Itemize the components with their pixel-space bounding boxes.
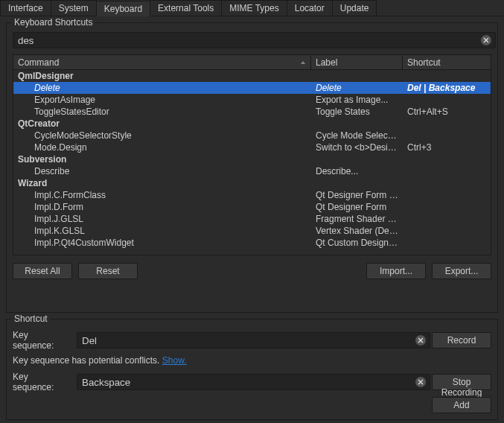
tab-system[interactable]: System bbox=[51, 0, 97, 16]
reset-button[interactable]: Reset bbox=[78, 263, 138, 279]
cell-command: Impl.D.Form bbox=[13, 202, 311, 212]
cell-command: ExportAsImage bbox=[13, 95, 311, 105]
column-header-shortcut[interactable]: Shortcut bbox=[403, 56, 491, 69]
conflict-warning: Key sequence has potential conflicts. Sh… bbox=[13, 355, 491, 366]
filter-input[interactable] bbox=[13, 32, 496, 48]
import-button[interactable]: Import... bbox=[366, 263, 426, 279]
column-header-label: Label bbox=[316, 57, 337, 68]
cell-label: Describe... bbox=[311, 166, 403, 176]
tab-mime-types[interactable]: MIME Types bbox=[221, 0, 287, 16]
shortcut-group: Shortcut Key sequence: Record Key sequen… bbox=[6, 319, 498, 420]
cell-shortcut: Ctrl+3 bbox=[403, 142, 491, 153]
record-button[interactable]: Record bbox=[432, 332, 491, 349]
show-conflicts-link[interactable]: Show. bbox=[162, 355, 187, 366]
keyboard-shortcuts-group: Keyboard Shortcuts Command Label Shortcu… bbox=[6, 22, 498, 313]
clear-sequence-icon[interactable] bbox=[415, 335, 426, 346]
cell-label: Switch to <b>Design... bbox=[311, 142, 403, 153]
column-header-label: Command bbox=[18, 57, 59, 68]
cell-command: Wizard bbox=[13, 178, 311, 188]
tab-locator[interactable]: Locator bbox=[287, 0, 333, 16]
key-sequence-label: Key sequence: bbox=[13, 330, 71, 351]
export-button[interactable]: Export... bbox=[432, 263, 491, 279]
cell-label: Toggle States bbox=[311, 106, 403, 117]
cell-label: Qt Custom Designer ... bbox=[311, 238, 403, 248]
sort-asc-icon bbox=[300, 57, 306, 68]
cell-label: Export as Image... bbox=[311, 95, 403, 105]
table-row[interactable]: Impl.J.GLSLFragment Shader (Des... bbox=[13, 213, 491, 225]
cell-command: Describe bbox=[13, 166, 311, 176]
stop-recording-button[interactable]: Stop Recording bbox=[432, 374, 491, 390]
add-button[interactable]: Add bbox=[432, 397, 491, 413]
table-row[interactable]: Impl.C.FormClassQt Designer Form Class bbox=[13, 189, 491, 201]
table-group-row[interactable]: QtCreator bbox=[13, 118, 491, 130]
table-row[interactable]: Impl.K.GLSLVertex Shader (Deskto... bbox=[13, 225, 491, 237]
cell-command: Subversion bbox=[13, 154, 311, 165]
table-row[interactable]: ToggleStatesEditorToggle StatesCtrl+Alt+… bbox=[13, 106, 491, 118]
tab-update[interactable]: Update bbox=[332, 0, 377, 16]
cell-command: Delete bbox=[13, 83, 311, 93]
table-group-row[interactable]: Wizard bbox=[13, 177, 491, 189]
cell-label: Vertex Shader (Deskto... bbox=[311, 226, 403, 236]
key-sequence-input-1[interactable] bbox=[77, 332, 430, 349]
table-header: Command Label Shortcut bbox=[13, 55, 491, 70]
table-row[interactable]: DeleteDeleteDel | Backspace bbox=[13, 82, 491, 94]
cell-command: QtCreator bbox=[13, 118, 311, 129]
table-row[interactable]: CycleModeSelectorStyleCycle Mode Selecto… bbox=[13, 130, 491, 141]
tab-keyboard[interactable]: Keyboard bbox=[96, 1, 150, 16]
table-group-row[interactable]: QmlDesigner bbox=[13, 70, 491, 82]
column-header-label: Shortcut bbox=[407, 57, 441, 68]
table-row[interactable]: ExportAsImageExport as Image... bbox=[13, 94, 491, 106]
table-row[interactable]: DescribeDescribe... bbox=[13, 165, 491, 177]
tab-interface[interactable]: Interface bbox=[0, 0, 51, 16]
clear-sequence-icon[interactable] bbox=[415, 377, 426, 387]
cell-label: Fragment Shader (Des... bbox=[311, 214, 403, 224]
table-row[interactable]: Impl.D.FormQt Designer Form bbox=[13, 201, 491, 213]
shortcuts-table: Command Label Shortcut QmlDesignerDelete… bbox=[13, 54, 491, 255]
cell-command: Impl.J.GLSL bbox=[13, 214, 311, 224]
clear-filter-icon[interactable] bbox=[481, 35, 491, 45]
group-title: Keyboard Shortcuts bbox=[11, 17, 95, 28]
cell-shortcut: Ctrl+Alt+S bbox=[403, 106, 491, 117]
table-group-row[interactable]: Subversion bbox=[13, 153, 491, 165]
settings-tab-bar: InterfaceSystemKeyboardExternal ToolsMIM… bbox=[0, 0, 504, 16]
cell-command: Impl.C.FormClass bbox=[13, 190, 311, 200]
key-sequence-label: Key sequence: bbox=[13, 372, 71, 392]
cell-label: Qt Designer Form Class bbox=[311, 190, 403, 200]
cell-command: QmlDesigner bbox=[13, 71, 311, 81]
key-sequence-input-2[interactable] bbox=[77, 374, 430, 390]
column-header-label-col[interactable]: Label bbox=[311, 56, 403, 69]
table-row[interactable]: Impl.P.Qt4CustomWidgetQt Custom Designer… bbox=[13, 237, 491, 249]
tab-external-tools[interactable]: External Tools bbox=[150, 0, 222, 16]
cell-command: Mode.Design bbox=[13, 142, 311, 153]
table-row[interactable]: Mode.DesignSwitch to <b>Design...Ctrl+3 bbox=[13, 141, 491, 153]
cell-command: ToggleStatesEditor bbox=[13, 106, 311, 117]
table-body: QmlDesignerDeleteDeleteDel | BackspaceEx… bbox=[13, 70, 491, 249]
cell-command: Impl.P.Qt4CustomWidget bbox=[13, 238, 311, 248]
conflict-text: Key sequence has potential conflicts. bbox=[13, 355, 162, 366]
group-title: Shortcut bbox=[11, 314, 51, 324]
cell-command: CycleModeSelectorStyle bbox=[13, 130, 311, 141]
cell-command: Impl.K.GLSL bbox=[13, 226, 311, 236]
cell-label: Qt Designer Form bbox=[311, 202, 403, 212]
cell-label: Delete bbox=[311, 83, 403, 93]
reset-all-button[interactable]: Reset All bbox=[13, 263, 72, 279]
column-header-command[interactable]: Command bbox=[13, 56, 311, 69]
cell-shortcut: Del | Backspace bbox=[403, 83, 491, 93]
cell-label: Cycle Mode Selector ... bbox=[311, 130, 403, 141]
